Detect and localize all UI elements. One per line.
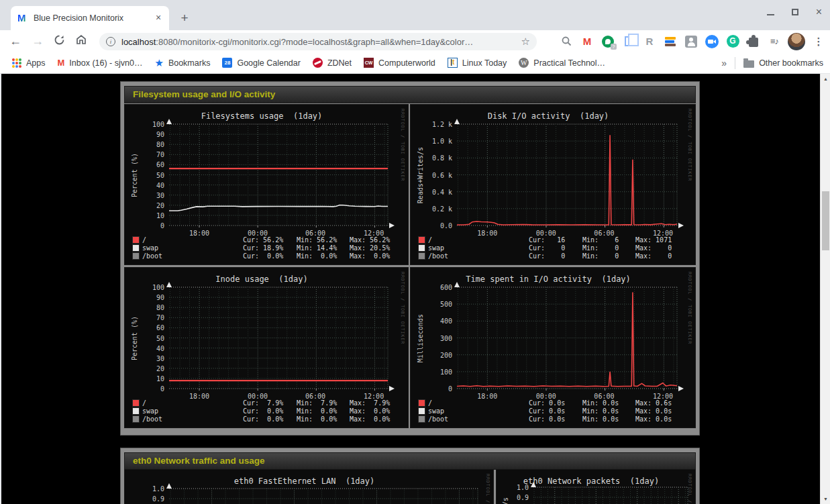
- site-info-icon[interactable]: i: [106, 37, 115, 46]
- chart-disk-io-activity[interactable]: Disk I/O activity (1day)Reads+Writes/s1.…: [411, 105, 695, 264]
- other-bookmarks[interactable]: Other bookmarks: [743, 58, 823, 68]
- browser-window: M Blue Precision Monitorix × + × ← → i l…: [0, 0, 830, 504]
- rrdtool-watermark: RRDTOOL / TOBI OETIKER: [687, 272, 692, 344]
- bookmark-inbox[interactable]: M Inbox (16) - sjvn0…: [58, 58, 143, 68]
- scroll-down-arrow[interactable]: ▼: [821, 494, 830, 504]
- rrdtool-watermark: RRDTOOL / TOBI OETIKER: [687, 474, 692, 504]
- nav-buttons: ← →: [0, 34, 87, 49]
- grammarly-icon[interactable]: G: [725, 34, 740, 49]
- zoom-camera-icon[interactable]: [705, 34, 719, 49]
- person-app-icon[interactable]: [684, 34, 698, 49]
- series-swap: [169, 205, 388, 211]
- tab-close-icon[interactable]: ×: [153, 13, 164, 23]
- legend-row: /bootCur: 0Min: 0Max: 0: [419, 252, 682, 260]
- legend-swatch: [419, 416, 425, 422]
- bookmark-bookmarks[interactable]: ★ Bookmarks: [154, 57, 210, 69]
- legend-row: swapCur: 0.0sMin: 0.0sMax: 0.0s: [419, 407, 682, 415]
- monitorix-favicon: M: [17, 13, 28, 23]
- url-text[interactable]: localhost:8080/monitorix-cgi/monitorix.c…: [121, 37, 517, 47]
- books-icon[interactable]: [663, 34, 678, 49]
- legend-swatch: [133, 253, 139, 259]
- bookmark-label: Linux Today: [462, 58, 507, 68]
- linux-today-icon: |t: [448, 58, 458, 68]
- playlist-icon[interactable]: ≡♪: [767, 34, 782, 49]
- address-bar[interactable]: i localhost:8080/monitorix-cgi/monitorix…: [99, 33, 537, 50]
- zdnet-icon: [313, 58, 323, 68]
- other-bookmarks-label: Other bookmarks: [759, 58, 823, 68]
- legend-row: /Cur: 7.9%Min: 7.9%Max: 7.9%: [133, 399, 397, 407]
- legend-row: /bootCur: 0.0sMin: 0.0sMax: 0.0s: [419, 415, 682, 423]
- copy-pages-icon[interactable]: [621, 34, 636, 49]
- chart-eth0-packets[interactable]: eth0 Network packets (1day)s/s1.00.90.80…: [497, 470, 695, 504]
- legend-row: swapCur: 18.9%Min: 14.4%Max: 20.5%: [133, 244, 397, 252]
- legend-swatch: [133, 408, 139, 414]
- bookmark-zdnet[interactable]: ZDNet: [313, 58, 352, 68]
- chart-eth0-traffic[interactable]: eth0 FastEthernet LAN (1day)1.00.90.80.7…: [125, 470, 493, 504]
- gmail-icon: M: [58, 58, 65, 68]
- chart-inode-usage[interactable]: Inode usage (1day)Percent (%)10090807060…: [125, 268, 408, 427]
- maximize-button[interactable]: [792, 9, 798, 15]
- profile-avatar[interactable]: [788, 33, 805, 50]
- close-button[interactable]: ×: [816, 8, 822, 16]
- bookmark-computerworld[interactable]: CW Computerworld: [364, 58, 435, 68]
- legend-row: swapCur: 0.0%Min: 0.0%Max: 0.0%: [133, 407, 397, 415]
- home-icon[interactable]: [75, 34, 87, 49]
- bookmark-linux-today[interactable]: |t Linux Today: [448, 58, 507, 68]
- vertical-scrollbar[interactable]: ▲ ▼: [820, 74, 830, 504]
- bookmark-apps[interactable]: Apps: [12, 58, 46, 68]
- legend-swatch: [133, 400, 139, 406]
- tab-monitorix[interactable]: M Blue Precision Monitorix ×: [11, 6, 169, 30]
- page-content: Filesystem usage and I/O activity Filesy…: [0, 74, 820, 504]
- section-eth0-network: eth0 Network traffic and usage eth0 Fast…: [121, 448, 699, 504]
- legend-row: /Cur: 56.2%Min: 56.2%Max: 56.2%: [133, 236, 397, 244]
- legend-swatch: [419, 253, 425, 259]
- legend-row: /bootCur: 0.0%Min: 0.0%Max: 0.0%: [133, 252, 397, 260]
- legend-row: /Cur: 0.0sMin: 0.0sMax: 0.6s: [419, 399, 682, 407]
- scroll-up-arrow[interactable]: ▲: [821, 74, 830, 84]
- chart-filesystems-usage[interactable]: Filesystems usage (1day)Percent (%)10090…: [125, 105, 408, 264]
- computerworld-icon: CW: [364, 58, 374, 68]
- legend-swatch: [133, 416, 139, 422]
- bookmarks-overflow-chevron[interactable]: »: [721, 58, 727, 68]
- voice-icon[interactable]: ?: [601, 34, 615, 49]
- bookmarks-bar: Apps M Inbox (16) - sjvn0… ★ Bookmarks 2…: [0, 52, 830, 74]
- r-extension-icon[interactable]: R: [642, 34, 657, 49]
- section-header: eth0 Network traffic and usage: [124, 452, 696, 470]
- back-icon[interactable]: ←: [9, 34, 21, 48]
- legend-swatch: [133, 245, 139, 251]
- bookmark-practical-technology[interactable]: W Practical Technol…: [519, 58, 605, 68]
- bookmark-star-icon[interactable]: ☆: [521, 36, 530, 48]
- forward-icon[interactable]: →: [32, 34, 44, 48]
- star-icon: ★: [154, 57, 163, 69]
- extensions-puzzle-icon[interactable]: [746, 34, 761, 49]
- bookmark-label: Bookmarks: [168, 58, 211, 68]
- search-icon[interactable]: [559, 34, 574, 49]
- legend-row: swapCur: 0Min: 0Max: 0: [419, 244, 682, 252]
- bookmark-label: Apps: [26, 58, 46, 68]
- scrollbar-thumb[interactable]: [822, 191, 829, 250]
- rrdtool-watermark: RRDTOOL / TOBI OETIKER: [485, 474, 490, 504]
- rrdtool-watermark: RRDTOOL / TOBI OETIKER: [400, 109, 405, 181]
- tab-title: Blue Precision Monitorix: [34, 13, 153, 23]
- section-filesystem: Filesystem usage and I/O activity Filesy…: [121, 82, 699, 435]
- legend-swatch: [419, 400, 425, 406]
- browser-menu-icon[interactable]: ⋮: [811, 34, 826, 49]
- rrdtool-watermark: RRDTOOL / TOBI OETIKER: [400, 272, 405, 344]
- extensions-bar: M ? R G ≡♪ ⋮: [559, 30, 826, 52]
- minimize-button[interactable]: [767, 14, 774, 15]
- divider: [735, 57, 735, 69]
- reload-icon[interactable]: [54, 34, 65, 49]
- chart-plot: [497, 470, 695, 504]
- legend-swatch: [419, 245, 425, 251]
- tab-strip: M Blue Precision Monitorix × + ×: [0, 0, 830, 30]
- gmail-icon[interactable]: M: [580, 34, 594, 49]
- bookmark-label: Computerworld: [378, 58, 435, 68]
- calendar-icon: 28: [222, 58, 232, 68]
- bookmark-label: Google Calendar: [237, 58, 301, 68]
- bookmark-google-calendar[interactable]: 28 Google Calendar: [222, 58, 301, 68]
- chart-time-spent-io[interactable]: Time spent in I/O activity (1day)Millise…: [411, 268, 695, 427]
- section-header: Filesystem usage and I/O activity: [124, 86, 696, 103]
- new-tab-button[interactable]: +: [176, 9, 193, 27]
- window-controls: ×: [767, 8, 822, 16]
- legend-swatch: [419, 237, 425, 243]
